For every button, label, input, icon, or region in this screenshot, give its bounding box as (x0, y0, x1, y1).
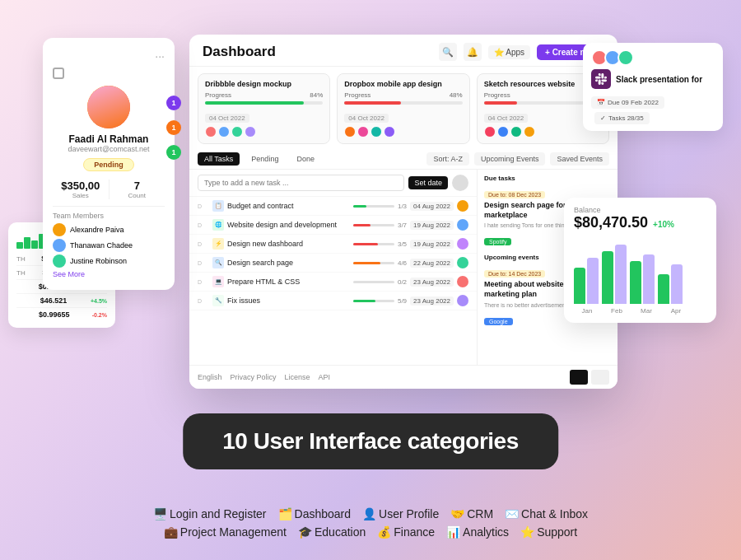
task-meta-2: 3/7 (398, 222, 407, 229)
task-list: Set date D 📋 Budget and contract 1/3 04 … (189, 170, 478, 389)
set-date-button[interactable]: Set date (408, 176, 448, 189)
xlabel-apr: Apr (663, 307, 689, 315)
bell-icon[interactable]: 🔔 (464, 43, 482, 61)
fin-change-4: +4.5% (91, 298, 107, 304)
task-name-1: Budget and contract (227, 202, 350, 210)
due-tasks-title: Due tasks (484, 175, 611, 182)
member-name-3: Justine Robinson (70, 257, 127, 265)
av-8 (384, 126, 395, 138)
search-icon[interactable]: 🔍 (439, 43, 457, 61)
dashboard-header-right: 🔍 🔔 ⭐ Apps + Create new (439, 43, 604, 61)
balance-label: Balance (574, 206, 706, 214)
task-icon-4: 🔍 (212, 257, 224, 268)
sort-button[interactable]: Sort: A-Z (426, 152, 469, 166)
bar-seg-2 (24, 237, 30, 249)
task-id-4: D (198, 260, 209, 266)
due-badge-2: Due to: 14 Dec 2023 (484, 270, 545, 278)
task-name-3: Design new dashboard (227, 240, 350, 248)
task-bar-1 (353, 205, 394, 208)
av-9 (484, 126, 496, 138)
balance-value: $80,470.50 (574, 214, 648, 231)
due-badge-1: Due to: 08 Dec 2023 (484, 191, 545, 198)
task-bar-fill-6 (353, 300, 376, 302)
see-more-link[interactable]: See More (53, 270, 165, 278)
footer-link-1[interactable]: English (198, 373, 222, 381)
slack-header (591, 49, 715, 66)
bar-apr-purple (671, 264, 683, 304)
member-avatar-1 (53, 223, 66, 236)
task-bar-6 (353, 300, 394, 302)
bar-feb-purple (615, 245, 627, 304)
footer-link-3[interactable]: License (285, 373, 310, 381)
tabs-row: All Tasks Pending Done Sort: A-Z Upcomin… (189, 149, 618, 170)
count-value: 7 (110, 180, 165, 192)
team-member-3: Justine Robinson (53, 254, 165, 268)
xlabel-mar: Mar (633, 307, 659, 315)
sales-stat: $350,00 Sales (53, 180, 109, 199)
fin-label-2: TH (16, 269, 26, 277)
saved-events-tab[interactable]: Saved Events (550, 152, 609, 166)
bar-jan-green (574, 268, 585, 304)
bar-apr (658, 264, 683, 304)
apps-button[interactable]: ⭐ Apps (488, 45, 530, 59)
bar-seg-3 (31, 240, 38, 249)
member-name-2: Thanawan Chadee (70, 241, 133, 250)
task-row-1: D 📋 Budget and contract 1/3 04 Aug 2022 (189, 197, 477, 216)
bar-mar-green (630, 261, 641, 304)
cat-login: 🖥️ Login and Register (153, 507, 267, 520)
tab-pending[interactable]: Pending (245, 152, 285, 166)
fin-row-4: $46.521 +4.5% (16, 294, 107, 308)
upcoming-events-tab[interactable]: Upcoming Events (474, 152, 546, 166)
dashboard-card: Dashboard 🔍 🔔 ⭐ Apps + Create new Dribbb… (189, 35, 618, 389)
notif-badge-purple: 1 (166, 96, 181, 110)
progress-bar-1 (205, 101, 323, 105)
member-avatar-3 (53, 254, 66, 268)
task-date-1: 04 Aug 2022 (410, 202, 454, 211)
av-5 (344, 126, 356, 138)
task-name-4: Design search page (227, 259, 350, 267)
av-2 (218, 126, 230, 138)
cat-dashboard: 🗂️ Dashboard (278, 507, 352, 520)
proj-date-1: 04 Oct 2022 (205, 114, 249, 123)
progress-fill-1 (205, 101, 304, 105)
slack-avatars (591, 49, 631, 66)
dashboard-body: Set date D 📋 Budget and contract 1/3 04 … (189, 170, 618, 389)
task-bar-5 (353, 281, 394, 283)
profile-card-menu[interactable]: ··· (53, 49, 165, 63)
task-meta-3: 3/5 (398, 240, 407, 248)
fin-val-5: $0.99655 (39, 310, 70, 319)
count-label: Count (110, 192, 165, 199)
proj-progress-1: Progress 84% (205, 91, 323, 99)
footer-link-2[interactable]: Privacy Policy (231, 373, 277, 381)
task-bar-fill-1 (353, 205, 367, 208)
task-icon-5: 💻 (212, 276, 224, 287)
bar-seg-1 (16, 242, 23, 249)
slack-av-3 (618, 49, 634, 66)
title-banner: 10 User Interface categories (183, 413, 558, 469)
slack-tasks: ✓ Tasks 28/35 (594, 112, 650, 124)
task-add-input[interactable] (198, 175, 404, 191)
bar-jan-purple (587, 258, 599, 304)
member-name-1: Alexandre Paiva (70, 226, 124, 234)
footer-link-4[interactable]: API (319, 373, 331, 381)
task-icon-3: ⚡ (212, 238, 224, 250)
slack-title-row: Slack presentation for (591, 69, 715, 89)
team-member-1: Alexandre Paiva (53, 223, 165, 236)
fin-label-1: TH (16, 255, 26, 263)
task-name-6: Fix issues (227, 296, 350, 305)
task-icon-6: 🔧 (212, 295, 224, 306)
grid-view-btn[interactable] (570, 370, 588, 385)
task-id-6: D (198, 298, 209, 304)
tab-all-tasks[interactable]: All Tasks (198, 152, 240, 166)
bar-mar-purple (643, 254, 655, 304)
profile-checkbox[interactable] (53, 68, 64, 79)
av-4 (245, 126, 256, 138)
slack-title-text: Slack presentation for (616, 75, 702, 84)
team-section: Team Members Alexandre Paiva Thanawan Ch… (53, 206, 165, 278)
list-view-btn[interactable] (591, 370, 609, 385)
bar-jan (574, 258, 599, 304)
av-3 (231, 126, 243, 138)
av-11 (510, 126, 522, 138)
sales-value: $350,00 (53, 180, 109, 192)
tab-done[interactable]: Done (290, 152, 321, 166)
